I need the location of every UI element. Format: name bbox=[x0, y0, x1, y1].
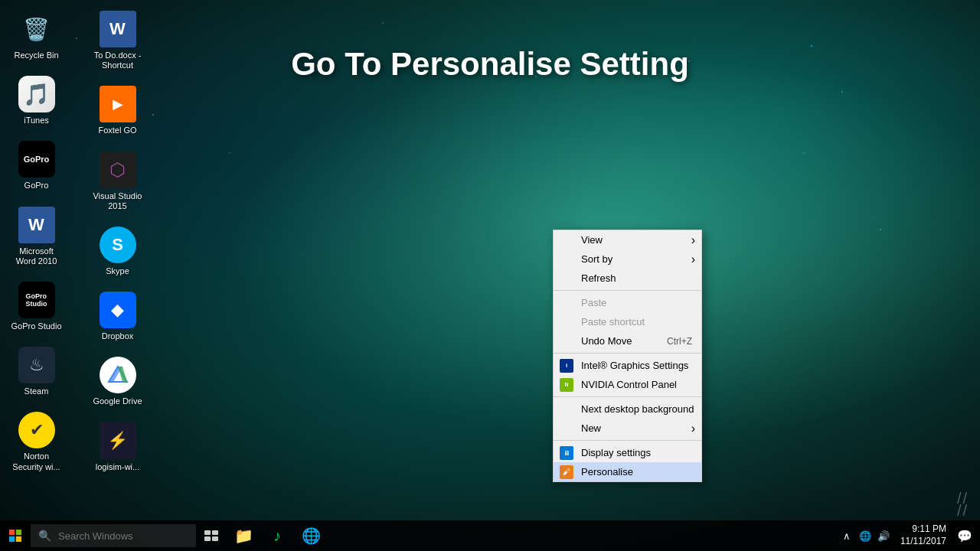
undo-shortcut: Ctrl+Z bbox=[667, 336, 692, 347]
icon-skype[interactable]: S Skype bbox=[89, 223, 146, 279]
intel-graphics-icon: i bbox=[560, 359, 573, 373]
icon-foxtelgo[interactable]: ▶ Foxtel GO bbox=[89, 83, 146, 139]
next-bg-label: Next desktop background bbox=[581, 403, 694, 415]
icon-goprostudio[interactable]: GoProStudio GoPro Studio bbox=[8, 279, 65, 334]
taskbar-spotify[interactable]: ♪ bbox=[260, 520, 294, 551]
logisim-label: logisim-wi... bbox=[96, 462, 139, 472]
separator-4 bbox=[554, 440, 701, 441]
clock-date: 11/11/2017 bbox=[900, 536, 946, 548]
svg-rect-10 bbox=[204, 536, 211, 541]
icon-gopro[interactable]: GoPro GoPro bbox=[8, 138, 65, 194]
taskbar-file-explorer[interactable]: 📁 bbox=[227, 520, 260, 551]
gdrive-icon bbox=[100, 357, 136, 393]
sort-by-label: Sort by bbox=[581, 253, 612, 265]
context-menu-nvidia[interactable]: N NVIDIA Control Panel bbox=[554, 375, 701, 394]
svg-rect-11 bbox=[212, 536, 218, 541]
logisim-icon: ⚡ bbox=[100, 422, 136, 459]
icon-todo[interactable]: W To Do.docx - Shortcut bbox=[89, 8, 146, 73]
word-icon: W bbox=[18, 207, 55, 243]
hash-marks-decoration: //// bbox=[957, 492, 969, 517]
gopro-label: GoPro bbox=[24, 181, 49, 191]
gopro-icon: GoPro bbox=[18, 141, 55, 178]
dropbox-icon: ◆ bbox=[100, 292, 136, 328]
context-menu-refresh[interactable]: Refresh bbox=[554, 269, 701, 288]
svg-rect-9 bbox=[212, 530, 218, 535]
steam-icon: ♨ bbox=[18, 347, 55, 383]
clock-time: 9:11 PM bbox=[900, 523, 946, 536]
separator-3 bbox=[554, 396, 701, 397]
icon-itunes[interactable]: 🎵 iTunes bbox=[8, 73, 65, 129]
tray-volume[interactable]: 🔊 bbox=[876, 528, 891, 543]
dropbox-label: Dropbox bbox=[102, 331, 134, 341]
norton-icon: ✔ bbox=[18, 412, 55, 448]
context-menu-display-settings[interactable]: 🖥 Display settings bbox=[554, 443, 701, 462]
task-view-icon bbox=[204, 530, 218, 541]
svg-rect-5 bbox=[16, 530, 21, 535]
search-input[interactable] bbox=[31, 524, 196, 547]
context-menu-intel-graphics[interactable]: i Intel® Graphics Settings bbox=[554, 356, 701, 375]
display-settings-icon: 🖥 bbox=[560, 446, 573, 460]
svg-rect-6 bbox=[9, 536, 15, 542]
task-view-button[interactable] bbox=[196, 520, 227, 551]
context-menu: View Sort by Refresh Paste Paste shortcu… bbox=[553, 230, 702, 482]
view-label: View bbox=[581, 234, 603, 246]
svg-marker-2 bbox=[118, 367, 127, 382]
context-menu-personalise[interactable]: 🖌 Personalise bbox=[554, 462, 701, 481]
windows-logo-icon bbox=[9, 530, 21, 542]
goprostudio-icon: GoProStudio bbox=[18, 282, 55, 318]
skype-label: Skype bbox=[106, 266, 129, 276]
context-menu-next-bg[interactable]: Next desktop background bbox=[554, 399, 701, 419]
taskbar: 🔍 📁 ♪ 🌐 ∧ 🌐 🔊 9:11 PM 11/11/201 bbox=[0, 520, 980, 551]
norton-label: Norton Security wi... bbox=[11, 452, 62, 471]
icon-gdrive[interactable]: Google Drive bbox=[89, 354, 146, 409]
context-menu-undo-move[interactable]: Undo Move Ctrl+Z bbox=[554, 331, 701, 350]
search-wrapper: 🔍 bbox=[31, 524, 196, 547]
gdrive-label: Google Drive bbox=[93, 396, 142, 406]
tray-clock[interactable]: 9:11 PM 11/11/2017 bbox=[894, 523, 952, 547]
icon-logisim[interactable]: ⚡ logisim-wi... bbox=[89, 419, 146, 475]
undo-move-label: Undo Move bbox=[581, 335, 632, 347]
icon-dropbox[interactable]: ◆ Dropbox bbox=[89, 289, 146, 344]
icon-norton[interactable]: ✔ Norton Security wi... bbox=[8, 409, 65, 474]
paste-label: Paste bbox=[581, 297, 606, 308]
start-button[interactable] bbox=[0, 520, 31, 551]
recycle-bin-icon: 🗑️ bbox=[18, 11, 55, 47]
todo-icon: W bbox=[100, 11, 136, 47]
taskbar-apps: 📁 ♪ 🌐 bbox=[227, 520, 328, 551]
itunes-icon: 🎵 bbox=[18, 76, 55, 112]
taskbar-chrome[interactable]: 🌐 bbox=[294, 520, 328, 551]
icon-recycle-bin[interactable]: 🗑️ Recycle Bin bbox=[8, 8, 65, 64]
refresh-label: Refresh bbox=[581, 272, 616, 284]
context-menu-sort-by[interactable]: Sort by bbox=[554, 249, 701, 269]
nvidia-label: NVIDIA Control Panel bbox=[581, 379, 677, 390]
personalise-label: Personalise bbox=[581, 466, 633, 478]
new-label: New bbox=[581, 422, 601, 434]
separator-2 bbox=[554, 353, 701, 354]
vstudio-label: Visual Studio 2015 bbox=[92, 191, 143, 211]
desktop: Go To Personalise Setting 🗑️ Recycle Bin… bbox=[0, 0, 980, 551]
context-menu-paste-shortcut: Paste shortcut bbox=[554, 312, 701, 331]
desktop-icons-area: 🗑️ Recycle Bin 🎵 iTunes GoPro GoPro W Mi… bbox=[8, 8, 161, 505]
svg-rect-7 bbox=[16, 536, 21, 542]
context-menu-paste: Paste bbox=[554, 293, 701, 312]
goprostudio-label: GoPro Studio bbox=[11, 321, 61, 331]
foxtelgo-icon: ▶ bbox=[100, 86, 136, 122]
system-tray: ∧ 🌐 🔊 9:11 PM 11/11/2017 💬 bbox=[839, 523, 980, 547]
icon-msword[interactable]: W Microsoft Word 2010 bbox=[8, 204, 65, 269]
svg-rect-8 bbox=[204, 530, 211, 535]
tray-notification-button[interactable]: 💬 bbox=[956, 527, 974, 545]
tray-network[interactable]: 🌐 bbox=[858, 528, 873, 543]
skype-icon: S bbox=[100, 227, 136, 263]
paste-shortcut-label: Paste shortcut bbox=[581, 316, 645, 328]
icon-steam[interactable]: ♨ Steam bbox=[8, 344, 65, 399]
steam-label: Steam bbox=[24, 386, 49, 396]
icon-vstudio[interactable]: ⬡ Visual Studio 2015 bbox=[89, 148, 146, 214]
foxtelgo-label: Foxtel GO bbox=[98, 126, 136, 135]
tray-chevron[interactable]: ∧ bbox=[839, 528, 854, 543]
context-menu-new[interactable]: New bbox=[554, 419, 701, 438]
intel-graphics-label: Intel® Graphics Settings bbox=[581, 360, 688, 371]
context-menu-view[interactable]: View bbox=[554, 230, 701, 249]
nvidia-icon: N bbox=[560, 378, 573, 392]
todo-label: To Do.docx - Shortcut bbox=[92, 51, 143, 70]
recycle-bin-label: Recycle Bin bbox=[14, 51, 58, 60]
